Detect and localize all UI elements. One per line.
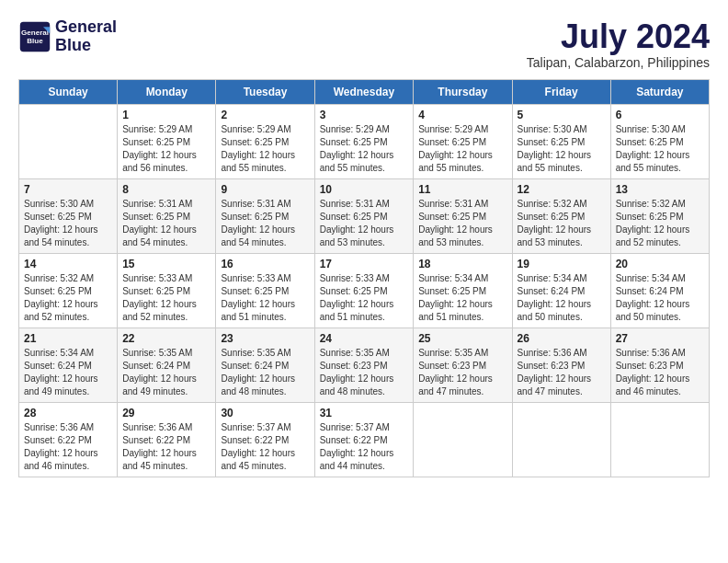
day-info: Sunrise: 5:30 AM Sunset: 6:25 PM Dayligh…	[24, 198, 112, 249]
calendar-cell: 1Sunrise: 5:29 AM Sunset: 6:25 PM Daylig…	[118, 104, 216, 178]
day-info: Sunrise: 5:34 AM Sunset: 6:25 PM Dayligh…	[418, 272, 506, 324]
calendar-week-row: 1Sunrise: 5:29 AM Sunset: 6:25 PM Daylig…	[19, 104, 710, 178]
day-number: 21	[24, 332, 112, 345]
calendar-cell: 23Sunrise: 5:35 AM Sunset: 6:24 PM Dayli…	[216, 327, 314, 402]
day-info: Sunrise: 5:32 AM Sunset: 6:25 PM Dayligh…	[518, 198, 606, 249]
calendar-cell: 26Sunrise: 5:36 AM Sunset: 6:23 PM Dayli…	[512, 327, 610, 402]
calendar-cell: 19Sunrise: 5:34 AM Sunset: 6:24 PM Dayli…	[512, 253, 610, 327]
day-number: 12	[518, 183, 606, 196]
logo-text: General Blue	[55, 18, 117, 55]
calendar-cell: 11Sunrise: 5:31 AM Sunset: 6:25 PM Dayli…	[414, 178, 512, 253]
day-info: Sunrise: 5:34 AM Sunset: 6:24 PM Dayligh…	[616, 272, 704, 324]
svg-text:Blue: Blue	[27, 37, 43, 45]
month-year-title: July 2024	[527, 18, 710, 55]
day-info: Sunrise: 5:36 AM Sunset: 6:22 PM Dayligh…	[122, 421, 210, 473]
day-info: Sunrise: 5:34 AM Sunset: 6:24 PM Dayligh…	[518, 272, 606, 324]
day-info: Sunrise: 5:29 AM Sunset: 6:25 PM Dayligh…	[221, 123, 309, 175]
day-info: Sunrise: 5:36 AM Sunset: 6:23 PM Dayligh…	[518, 347, 606, 398]
day-number: 23	[221, 332, 309, 345]
calendar-week-row: 7Sunrise: 5:30 AM Sunset: 6:25 PM Daylig…	[19, 178, 710, 253]
day-info: Sunrise: 5:32 AM Sunset: 6:25 PM Dayligh…	[24, 272, 112, 324]
day-number: 2	[221, 109, 309, 121]
day-number: 25	[418, 332, 506, 345]
day-info: Sunrise: 5:35 AM Sunset: 6:23 PM Dayligh…	[320, 347, 409, 398]
calendar-cell: 28Sunrise: 5:36 AM Sunset: 6:22 PM Dayli…	[19, 402, 118, 477]
page-header: General Blue General Blue July 2024 Tali…	[18, 18, 710, 70]
calendar-cell	[19, 104, 118, 178]
calendar-cell: 25Sunrise: 5:35 AM Sunset: 6:23 PM Dayli…	[414, 327, 512, 402]
calendar-cell: 6Sunrise: 5:30 AM Sunset: 6:25 PM Daylig…	[610, 104, 709, 178]
calendar-cell: 13Sunrise: 5:32 AM Sunset: 6:25 PM Dayli…	[610, 178, 709, 253]
day-info: Sunrise: 5:35 AM Sunset: 6:23 PM Dayligh…	[418, 347, 506, 398]
day-number: 1	[122, 109, 210, 121]
day-info: Sunrise: 5:34 AM Sunset: 6:24 PM Dayligh…	[24, 347, 112, 398]
day-info: Sunrise: 5:33 AM Sunset: 6:25 PM Dayligh…	[122, 272, 210, 324]
day-number: 5	[518, 109, 606, 121]
day-number: 16	[221, 258, 309, 270]
day-info: Sunrise: 5:37 AM Sunset: 6:22 PM Dayligh…	[320, 421, 409, 473]
day-info: Sunrise: 5:36 AM Sunset: 6:22 PM Dayligh…	[24, 421, 112, 473]
calendar-week-row: 21Sunrise: 5:34 AM Sunset: 6:24 PM Dayli…	[19, 327, 710, 402]
calendar-cell: 27Sunrise: 5:36 AM Sunset: 6:23 PM Dayli…	[610, 327, 709, 402]
calendar-cell: 9Sunrise: 5:31 AM Sunset: 6:25 PM Daylig…	[216, 178, 314, 253]
day-number: 20	[616, 258, 704, 270]
calendar-cell: 2Sunrise: 5:29 AM Sunset: 6:25 PM Daylig…	[216, 104, 314, 178]
calendar-cell: 5Sunrise: 5:30 AM Sunset: 6:25 PM Daylig…	[512, 104, 610, 178]
day-info: Sunrise: 5:31 AM Sunset: 6:25 PM Dayligh…	[320, 198, 409, 249]
day-header-friday: Friday	[512, 79, 610, 104]
day-number: 13	[616, 183, 704, 196]
day-number: 31	[320, 407, 409, 419]
day-number: 8	[122, 183, 210, 196]
days-header-row: SundayMondayTuesdayWednesdayThursdayFrid…	[19, 79, 710, 104]
calendar-cell: 24Sunrise: 5:35 AM Sunset: 6:23 PM Dayli…	[314, 327, 414, 402]
calendar-cell: 21Sunrise: 5:34 AM Sunset: 6:24 PM Dayli…	[19, 327, 118, 402]
day-number: 22	[122, 332, 210, 345]
day-number: 14	[24, 258, 112, 270]
calendar-cell	[512, 402, 610, 477]
calendar-cell: 31Sunrise: 5:37 AM Sunset: 6:22 PM Dayli…	[314, 402, 414, 477]
day-number: 27	[616, 332, 704, 345]
day-header-sunday: Sunday	[19, 79, 118, 104]
day-header-thursday: Thursday	[414, 79, 512, 104]
calendar-cell: 29Sunrise: 5:36 AM Sunset: 6:22 PM Dayli…	[118, 402, 216, 477]
day-number: 30	[221, 407, 309, 419]
calendar-cell	[414, 402, 512, 477]
calendar-cell: 14Sunrise: 5:32 AM Sunset: 6:25 PM Dayli…	[19, 253, 118, 327]
day-info: Sunrise: 5:29 AM Sunset: 6:25 PM Dayligh…	[418, 123, 506, 175]
day-info: Sunrise: 5:30 AM Sunset: 6:25 PM Dayligh…	[518, 123, 606, 175]
day-info: Sunrise: 5:33 AM Sunset: 6:25 PM Dayligh…	[320, 272, 409, 324]
calendar-cell	[610, 402, 709, 477]
day-header-wednesday: Wednesday	[314, 79, 414, 104]
day-number: 7	[24, 183, 112, 196]
day-info: Sunrise: 5:31 AM Sunset: 6:25 PM Dayligh…	[122, 198, 210, 249]
day-info: Sunrise: 5:33 AM Sunset: 6:25 PM Dayligh…	[221, 272, 309, 324]
day-number: 17	[320, 258, 409, 270]
day-info: Sunrise: 5:31 AM Sunset: 6:25 PM Dayligh…	[221, 198, 309, 249]
day-number: 26	[518, 332, 606, 345]
calendar-table: SundayMondayTuesdayWednesdayThursdayFrid…	[18, 79, 710, 477]
location-subtitle: Talipan, Calabarzon, Philippines	[527, 55, 710, 70]
day-header-tuesday: Tuesday	[216, 79, 314, 104]
calendar-cell: 17Sunrise: 5:33 AM Sunset: 6:25 PM Dayli…	[314, 253, 414, 327]
calendar-cell: 16Sunrise: 5:33 AM Sunset: 6:25 PM Dayli…	[216, 253, 314, 327]
day-number: 29	[122, 407, 210, 419]
day-number: 4	[418, 109, 506, 121]
calendar-cell: 8Sunrise: 5:31 AM Sunset: 6:25 PM Daylig…	[118, 178, 216, 253]
day-info: Sunrise: 5:35 AM Sunset: 6:24 PM Dayligh…	[122, 347, 210, 398]
day-number: 9	[221, 183, 309, 196]
svg-text:General: General	[21, 29, 49, 37]
day-info: Sunrise: 5:35 AM Sunset: 6:24 PM Dayligh…	[221, 347, 309, 398]
day-info: Sunrise: 5:31 AM Sunset: 6:25 PM Dayligh…	[418, 198, 506, 249]
calendar-week-row: 28Sunrise: 5:36 AM Sunset: 6:22 PM Dayli…	[19, 402, 710, 477]
calendar-week-row: 14Sunrise: 5:32 AM Sunset: 6:25 PM Dayli…	[19, 253, 710, 327]
day-number: 28	[24, 407, 112, 419]
day-number: 19	[518, 258, 606, 270]
calendar-cell: 12Sunrise: 5:32 AM Sunset: 6:25 PM Dayli…	[512, 178, 610, 253]
day-info: Sunrise: 5:29 AM Sunset: 6:25 PM Dayligh…	[320, 123, 409, 175]
calendar-cell: 10Sunrise: 5:31 AM Sunset: 6:25 PM Dayli…	[314, 178, 414, 253]
day-info: Sunrise: 5:32 AM Sunset: 6:25 PM Dayligh…	[616, 198, 704, 249]
calendar-cell: 4Sunrise: 5:29 AM Sunset: 6:25 PM Daylig…	[414, 104, 512, 178]
day-number: 24	[320, 332, 409, 345]
day-number: 6	[616, 109, 704, 121]
day-info: Sunrise: 5:37 AM Sunset: 6:22 PM Dayligh…	[221, 421, 309, 473]
